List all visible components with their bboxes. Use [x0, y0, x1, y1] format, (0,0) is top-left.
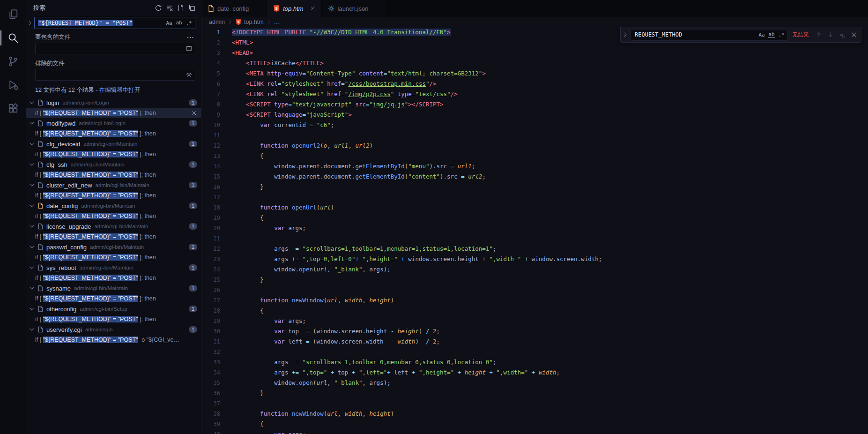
book-icon[interactable]	[184, 44, 193, 53]
code-line[interactable]: 6 <LINK rel="stylesheet" href="/css/boot…	[201, 79, 868, 89]
code-line[interactable]: 23 args += ",top=0,left=0"+ ",height=" +…	[201, 254, 868, 264]
code-line[interactable]: 11	[201, 130, 868, 141]
chevron-down-icon[interactable]	[28, 223, 36, 230]
code-line[interactable]: 28 {	[201, 306, 868, 316]
tab-launch.json[interactable]: launch.json	[322, 0, 387, 17]
search-result-file[interactable]: userverify.cgiadmin/login1	[26, 324, 201, 335]
dismiss-match-icon[interactable]	[190, 110, 198, 116]
whole-word-toggle[interactable]: ab	[174, 18, 184, 28]
chevron-down-icon[interactable]	[28, 99, 36, 106]
search-result-file[interactable]: sysnameadmin/cgi-bin/Maintain1	[26, 283, 201, 293]
clear-search-results-button[interactable]	[164, 3, 175, 13]
tab-top.htm[interactable]: 5top.htm	[267, 0, 321, 17]
code-line[interactable]: 27 function newWindow(url, width, height…	[201, 295, 868, 306]
code-line[interactable]: 14 window.parent.document.getElementById…	[201, 161, 868, 172]
search-input[interactable]: "${REQUEST_METHOD}" = "POST" Aaab.*	[34, 17, 195, 29]
activity-bar-item-search[interactable]	[0, 26, 26, 50]
code-line[interactable]: 31 var left = (window.screen.width - wid…	[201, 337, 868, 347]
search-result-file[interactable]: modifypwdadmin/cgi-bin/Login1	[26, 118, 201, 128]
search-match-row[interactable]: if [ "${REQUEST_METHOD}" = "POST" ]; the…	[26, 170, 201, 180]
activity-bar-item-extensions[interactable]	[0, 97, 26, 120]
search-match-row[interactable]: if [ "${REQUEST_METHOD}" = "POST" ]; the…	[26, 211, 201, 221]
search-result-file[interactable]: cfg_deviceidadmin/cgi-bin/Maintain1	[26, 139, 201, 149]
regex-toggle[interactable]: .*	[777, 30, 786, 39]
code-line[interactable]: 22 args = "scrollbars=1,toolbar=1,menuba…	[201, 244, 868, 254]
match-case-toggle[interactable]: Aa	[164, 18, 174, 28]
search-match-row[interactable]: if [ "${REQUEST_METHOD}" = "POST" ]; the…	[26, 314, 201, 324]
find-in-selection-icon[interactable]	[837, 30, 847, 40]
search-result-file[interactable]: passwd_configadmin/cgi-bin/Maintain1	[26, 242, 201, 252]
find-expand-chevron-icon[interactable]	[622, 31, 629, 38]
find-previous-icon[interactable]	[814, 30, 824, 40]
search-match-row[interactable]: if [ "${REQUEST_METHOD}" = "POST" ]; the…	[26, 252, 201, 262]
code-line[interactable]: 35 window.open(url, "_blank", args);	[201, 378, 868, 388]
code-line[interactable]: 19 {	[201, 213, 868, 223]
toggle-search-details-button[interactable]: ···	[185, 34, 198, 41]
find-input[interactable]: REQUEST_METHOD Aaab.*	[631, 29, 787, 41]
activity-bar-item-run-debug[interactable]	[0, 73, 26, 97]
chevron-down-icon[interactable]	[28, 285, 36, 292]
chevron-down-icon[interactable]	[28, 182, 36, 188]
code-line[interactable]: 37	[201, 398, 868, 409]
search-match-row[interactable]: if [ "${REQUEST_METHOD}" = "POST" ]; the…	[26, 190, 201, 201]
find-close-icon[interactable]	[849, 30, 859, 40]
code-line[interactable]: 32	[201, 347, 868, 357]
code-line[interactable]: 17	[201, 192, 868, 202]
search-result-file[interactable]: loginadmin/cgi-bin/Login1	[26, 97, 201, 108]
close-icon[interactable]	[308, 4, 318, 13]
chevron-down-icon[interactable]	[28, 161, 36, 168]
match-case-toggle[interactable]: Aa	[757, 30, 766, 39]
code-line[interactable]: 38 function newWindow(url, width, height…	[201, 409, 868, 419]
code-line[interactable]: 34 args += ",top=" + top + ",left="+ lef…	[201, 367, 868, 378]
code-line[interactable]: 20 var args;	[201, 223, 868, 233]
code-line[interactable]: 29 var args;	[201, 316, 868, 326]
search-result-file[interactable]: cluster_edit_newadmin/cgi-bin/Maintain1	[26, 180, 201, 190]
code-line[interactable]: 12 function openurl2(o, url1, url2)	[201, 141, 868, 151]
code-line[interactable]: 8 <SCRIPT type="text/javascript" src="im…	[201, 99, 868, 110]
code-line[interactable]: 4 <TITLE>iXCache</TITLE>	[201, 58, 868, 68]
code-line[interactable]: 26	[201, 285, 868, 295]
activity-bar-item-explorer[interactable]	[0, 3, 26, 26]
code-line[interactable]: 5 <META http-equiv="Content-Type" conten…	[201, 68, 868, 79]
regex-toggle[interactable]: .*	[184, 18, 193, 28]
search-match-row[interactable]: if [ "${REQUEST_METHOD}" = "POST" ]; the…	[26, 149, 201, 159]
chevron-down-icon[interactable]	[28, 202, 36, 209]
refresh-button[interactable]	[153, 3, 163, 13]
code-line[interactable]: 36 }	[201, 388, 868, 398]
code-line[interactable]: 10 var currentid = "c6";	[201, 120, 868, 130]
search-match-row[interactable]: if [ "${REQUEST_METHOD}" = "POST" ]; the…	[26, 232, 201, 242]
breadcrumb-item[interactable]: admin	[209, 19, 225, 25]
code-line[interactable]: 30 var top = (window.screen.height - hei…	[201, 326, 868, 337]
chevron-down-icon[interactable]	[28, 326, 36, 333]
search-match-row[interactable]: if [ "${REQUEST_METHOD}" = "POST" ]; the…	[26, 273, 201, 283]
search-match-row[interactable]: if [ "${REQUEST_METHOD}" = "POST" ]; the…	[26, 108, 201, 118]
chevron-down-icon[interactable]	[28, 141, 36, 147]
code-editor[interactable]: REQUEST_METHOD Aaab.* 无结果 1<!DOCTYPE HTM…	[201, 27, 868, 434]
open-in-editors-button[interactable]	[187, 3, 197, 13]
whole-word-toggle[interactable]: ab	[767, 30, 776, 39]
breadcrumb-item[interactable]: …	[274, 19, 280, 25]
search-result-file[interactable]: otherconfigadmin/cgi-bin/Setup1	[26, 304, 201, 314]
toggle-replace-icon[interactable]	[26, 20, 34, 26]
gear-icon[interactable]	[184, 70, 193, 80]
open-in-editor-link[interactable]: 在编辑器中打开	[99, 87, 141, 93]
search-result-file[interactable]: date_configadmin/cgi-bin/Maintain1	[26, 201, 201, 211]
chevron-down-icon[interactable]	[28, 120, 36, 127]
code-line[interactable]: 24 window.open(url, "_blank", args);	[201, 264, 868, 275]
search-match-row[interactable]: if [ "${REQUEST_METHOD}" = "POST" -o "${…	[26, 335, 201, 345]
search-result-file[interactable]: cfg_sshadmin/cgi-bin/Maintain1	[26, 159, 201, 170]
code-line[interactable]: 21	[201, 233, 868, 244]
search-result-file[interactable]: sys_rebootadmin/cgi-bin/Maintain1	[26, 262, 201, 273]
code-line[interactable]: 15 window.parent.document.getElementById…	[201, 172, 868, 182]
search-result-file[interactable]: license_upgradeadmin/cgi-bin/Maintain1	[26, 221, 201, 232]
code-line[interactable]: 7 <LINK rel="stylesheet" href="/img/p2p.…	[201, 89, 868, 99]
code-line[interactable]: 33 args = "scrollbars=1,toolbar=0,menuba…	[201, 357, 868, 367]
code-line[interactable]: 18 function openUrl(url)	[201, 202, 868, 213]
chevron-down-icon[interactable]	[28, 264, 36, 271]
chevron-down-icon[interactable]	[28, 306, 36, 312]
code-line[interactable]: 40 var args;	[201, 429, 868, 434]
find-next-icon[interactable]	[825, 30, 836, 40]
activity-bar-item-source-control[interactable]	[0, 50, 26, 73]
search-match-row[interactable]: if [ "${REQUEST_METHOD}" = "POST" ]; the…	[26, 128, 201, 139]
exclude-files-input[interactable]	[35, 69, 195, 81]
